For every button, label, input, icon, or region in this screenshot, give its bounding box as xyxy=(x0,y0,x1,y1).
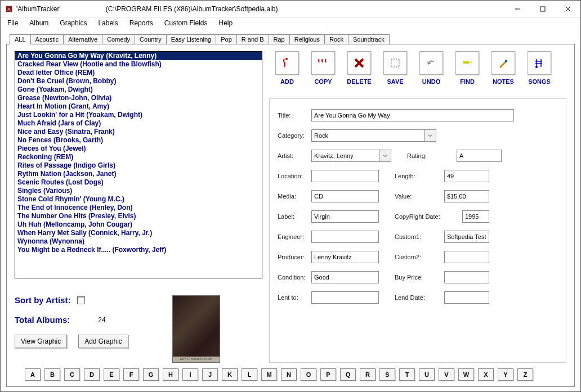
title-field[interactable] xyxy=(311,109,514,121)
alpha-a-button[interactable]: A xyxy=(25,368,41,381)
save-button[interactable]: SAVE xyxy=(381,51,410,85)
menu-graphics[interactable]: Graphics xyxy=(55,18,91,28)
alpha-g-button[interactable]: G xyxy=(143,368,159,381)
menu-labels[interactable]: Labels xyxy=(93,18,122,28)
notes-button[interactable]: NOTES xyxy=(489,51,518,85)
alpha-i-button[interactable]: I xyxy=(182,368,198,381)
list-item[interactable]: Gone (Yoakam, Dwight) xyxy=(15,85,262,94)
category-field[interactable] xyxy=(311,129,424,142)
alpha-s-button[interactable]: S xyxy=(379,368,395,381)
category-combo[interactable] xyxy=(311,129,436,142)
alpha-f-button[interactable]: F xyxy=(123,368,139,381)
tab-rock[interactable]: Rock xyxy=(324,34,348,44)
list-item[interactable]: Reckoning (REM) xyxy=(15,153,262,161)
list-item[interactable]: Wynonna (Wynonna) xyxy=(15,237,262,246)
tab-all[interactable]: ALL xyxy=(10,34,31,44)
songs-button[interactable]: SONGS xyxy=(525,51,554,85)
category-dropdown-button[interactable] xyxy=(424,129,436,142)
length-field[interactable] xyxy=(444,170,489,182)
list-item[interactable]: Rites of Passage (Indigo Girls) xyxy=(15,161,262,170)
tab-country[interactable]: Country xyxy=(135,34,167,44)
list-item[interactable]: Scenic Routes (Lost Dogs) xyxy=(15,178,262,187)
close-button[interactable] xyxy=(555,1,580,17)
alpha-y-button[interactable]: Y xyxy=(498,368,513,381)
list-item[interactable]: Rythm Nation (Jackson, Janet) xyxy=(15,170,262,178)
add-graphic-button[interactable]: Add Graphic xyxy=(78,335,128,348)
alpha-z-button[interactable]: Z xyxy=(517,368,533,381)
list-item[interactable]: You Might be a Redneck If..... (Foxworth… xyxy=(15,246,262,254)
buyprice-field[interactable] xyxy=(444,271,489,283)
tab-alternative[interactable]: Alternative xyxy=(63,34,102,44)
list-item[interactable]: No Fences (Brooks, Garth) xyxy=(15,136,262,145)
minimize-button[interactable] xyxy=(504,1,530,17)
list-item[interactable]: Are You Gonna Go My Way (Kravitz, Lenny) xyxy=(15,52,262,60)
engineer-field[interactable] xyxy=(311,231,379,243)
view-graphic-button[interactable]: View Graphic xyxy=(15,335,67,348)
alpha-d-button[interactable]: D xyxy=(84,368,100,381)
tab-pop[interactable]: Pop xyxy=(216,34,237,44)
list-item[interactable]: Don't Be Cruel (Brown, Bobby) xyxy=(15,77,262,85)
tab-religious[interactable]: Religious xyxy=(289,34,325,44)
list-item[interactable]: Heart In Motion (Grant, Amy) xyxy=(15,102,262,111)
location-field[interactable] xyxy=(311,170,379,182)
custom2-field[interactable] xyxy=(444,251,489,263)
tab-acoustic[interactable]: Acoustic xyxy=(30,34,64,44)
alpha-k-button[interactable]: K xyxy=(222,368,238,381)
alpha-p-button[interactable]: P xyxy=(320,368,336,381)
undo-button[interactable]: UNDO xyxy=(417,51,446,85)
list-item[interactable]: Cracked Rear View (Hootie and the Blowfi… xyxy=(15,60,262,69)
lentto-field[interactable] xyxy=(311,291,379,304)
tab-soundtrack[interactable]: Soundtrack xyxy=(348,34,390,44)
menu-reports[interactable]: Reports xyxy=(125,18,158,28)
find-button[interactable]: FIND xyxy=(453,51,482,85)
menu-help[interactable]: Help xyxy=(214,18,237,28)
list-item[interactable]: The Number One Hits (Presley, Elvis) xyxy=(15,212,262,220)
tab-rap[interactable]: Rap xyxy=(269,34,290,44)
alpha-o-button[interactable]: O xyxy=(301,368,316,381)
tab-r-and-b[interactable]: R and B xyxy=(236,34,269,44)
media-field[interactable] xyxy=(311,190,379,202)
artist-combo[interactable] xyxy=(311,150,391,162)
list-item[interactable]: Much Afraid (Jars of Clay) xyxy=(15,119,262,128)
value-field[interactable] xyxy=(444,190,489,202)
artist-dropdown-button[interactable] xyxy=(379,150,391,162)
alpha-b-button[interactable]: B xyxy=(44,368,60,381)
list-item[interactable]: When Harry Met Sally (Connick, Harry, Jr… xyxy=(15,229,262,237)
list-item[interactable]: Singles (Various) xyxy=(15,187,262,195)
alpha-q-button[interactable]: Q xyxy=(340,368,356,381)
alpha-n-button[interactable]: N xyxy=(281,368,297,381)
alpha-v-button[interactable]: V xyxy=(439,368,454,381)
condition-field[interactable] xyxy=(311,271,379,283)
alpha-h-button[interactable]: H xyxy=(163,368,178,381)
delete-button[interactable]: DELETE xyxy=(345,51,374,85)
list-item[interactable]: Pieces of You (Jewel) xyxy=(15,145,262,153)
tab-easy-listening[interactable]: Easy Listening xyxy=(166,34,217,44)
label-field[interactable] xyxy=(311,210,379,223)
list-item[interactable]: Nice and Easy (Sinatra, Frank) xyxy=(15,128,262,136)
alpha-j-button[interactable]: J xyxy=(202,368,218,381)
custom1-field[interactable] xyxy=(444,231,489,243)
artist-field[interactable] xyxy=(311,150,379,162)
alpha-e-button[interactable]: E xyxy=(104,368,119,381)
menu-album[interactable]: Album xyxy=(25,18,53,28)
list-item[interactable]: Just Lookin' for a Hit (Yoakam, Dwight) xyxy=(15,111,262,119)
copyright-field[interactable] xyxy=(462,210,489,223)
list-item[interactable]: The End of Innocence (Henley, Don) xyxy=(15,204,262,212)
maximize-button[interactable] xyxy=(530,1,555,17)
alpha-w-button[interactable]: W xyxy=(458,368,474,381)
list-item[interactable]: Stone Cold Rhymin' (Young M.C.) xyxy=(15,195,262,204)
alpha-l-button[interactable]: L xyxy=(242,368,257,381)
rating-field[interactable] xyxy=(457,150,502,162)
alpha-u-button[interactable]: U xyxy=(419,368,435,381)
menu-custom-fields[interactable]: Custom Fields xyxy=(160,18,212,28)
list-item[interactable]: Uh Huh (Melloncamp, John Cougar) xyxy=(15,220,262,229)
alpha-r-button[interactable]: R xyxy=(360,368,376,381)
alpha-x-button[interactable]: X xyxy=(478,368,494,381)
copy-button[interactable]: COPY xyxy=(309,51,338,85)
sort-by-artist-checkbox[interactable] xyxy=(77,296,85,304)
alpha-c-button[interactable]: C xyxy=(64,368,80,381)
tab-comedy[interactable]: Comedy xyxy=(102,34,135,44)
menu-file[interactable]: File xyxy=(3,18,23,28)
album-list[interactable]: Are You Gonna Go My Way (Kravitz, Lenny)… xyxy=(15,51,262,278)
add-button[interactable]: ADD xyxy=(272,51,302,85)
